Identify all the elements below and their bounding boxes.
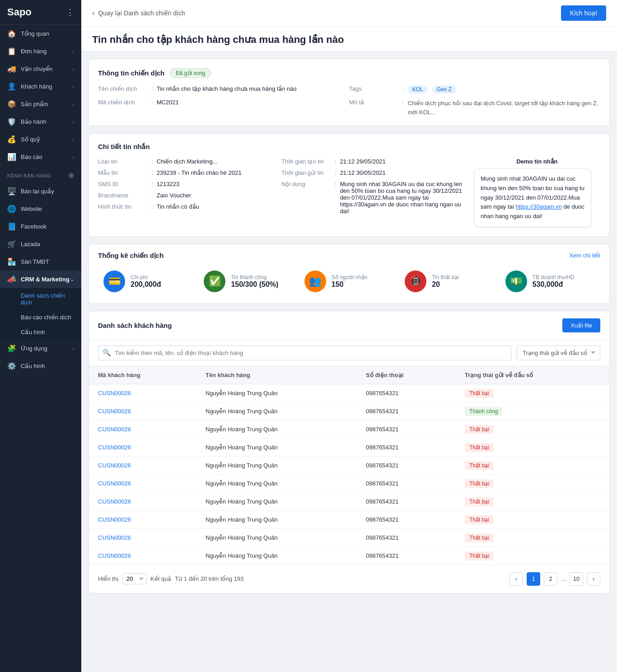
sidebar-item-facebook[interactable]: 📘 Facebook <box>0 218 81 235</box>
chevron-right-icon: › <box>72 346 74 351</box>
bubble-link[interactable]: https://30again.vn <box>515 203 562 210</box>
stat-tb-doanh-thu-label: TB doanh thu/HD <box>533 274 575 280</box>
status-badge: Thất bại <box>465 515 494 524</box>
chevron-right-icon: › <box>72 66 74 72</box>
prev-page-button[interactable]: ‹ <box>509 572 523 586</box>
sidebar-item-crm-marketing[interactable]: 📣 CRM & Marketing ⌄ <box>0 271 81 288</box>
activate-button[interactable]: Kích hoạt <box>561 5 606 21</box>
sidebar-item-ban-tai-quay[interactable]: 🖥️ Bán tại quầy <box>0 182 81 200</box>
sidebar-item-label: Vận chuyển <box>21 65 72 72</box>
chevron-right-icon: › <box>72 49 74 54</box>
hinh-thuc-row: Hình thức tin : Tin nhắn có đầu <box>98 203 281 210</box>
table-row: CUSN00026 Nguyễn Hoàng Trung Quân 098765… <box>89 384 609 402</box>
customer-phone-cell: 0987654321 <box>357 528 456 546</box>
chevron-right-icon: › <box>72 102 74 107</box>
add-channel-icon[interactable]: ⊕ <box>68 171 75 180</box>
tag-kol: KOL <box>408 85 428 93</box>
status-filter-select[interactable]: Trạng thái gửi về đầu số Thất bại Thành … <box>517 345 600 360</box>
sidebar-item-danh-sach-chien-dich[interactable]: Danh sách chiến dịch <box>0 288 81 310</box>
sms-id-row: SMS ID : 1213223 <box>98 181 281 187</box>
description-value: Chiến dịch phục hồi sau đại dịch Covid, … <box>408 99 600 117</box>
customer-list-card: Danh sách khách hàng Xuất file 🔍 Trạng t… <box>89 311 610 593</box>
warranty-icon: 🛡️ <box>7 117 16 126</box>
stat-so-nguoi-nhan-label: Số người nhận <box>332 274 368 280</box>
sidebar-item-label: Bảo hành <box>21 118 72 125</box>
sidebar-item-lazada[interactable]: 🛒 Lazada <box>0 235 81 253</box>
table-row: CUSN00026 Nguyễn Hoàng Trung Quân 098765… <box>89 474 609 492</box>
customer-name-cell: Nguyễn Hoàng Trung Quân <box>196 510 357 528</box>
stat-tin-thanh-cong: ✅ Tin thành công 150/300 (50%) <box>198 267 299 296</box>
campaign-code-row: Mã chiến dịch : MC2021 <box>98 99 349 117</box>
page-size-select[interactable]: 20 50 100 <box>122 573 147 584</box>
sidebar-item-san-tmdt[interactable]: 🏪 Sàn TMĐT <box>0 253 81 271</box>
sidebar-item-bao-hanh[interactable]: 🛡️ Bảo hành › <box>0 113 81 131</box>
customer-link[interactable]: CUSN00026 <box>98 516 131 523</box>
export-button[interactable]: Xuất file <box>562 318 600 332</box>
cost-icon: 💳 <box>103 271 125 292</box>
menu-icon[interactable]: ⋮ <box>66 7 74 17</box>
sidebar-item-ung-dung[interactable]: 🧩 Ứng dụng › <box>0 340 81 357</box>
customer-link[interactable]: CUSN00026 <box>98 408 131 415</box>
tg-tao-row: Thời gian tạo tin : 21:12 29/05/2021 <box>281 158 465 165</box>
table-row: CUSN00026 Nguyễn Hoàng Trung Quân 098765… <box>89 438 609 456</box>
sidebar-item-so-quy[interactable]: 💰 Số quỹ › <box>0 131 81 148</box>
search-input[interactable] <box>98 345 511 360</box>
customer-code-cell: CUSN00026 <box>89 510 196 528</box>
sidebar-item-website[interactable]: 🌐 Website <box>0 200 81 218</box>
chevron-down-icon: ⌄ <box>70 276 74 282</box>
sidebar-item-cau-hinh-bottom[interactable]: ⚙️ Cấu hình <box>0 357 81 375</box>
status-badge: Thất bại <box>465 425 494 434</box>
customer-link[interactable]: CUSN00026 <box>98 444 131 451</box>
sms-id-label: SMS ID <box>98 181 148 187</box>
customer-table: Mã khách hàng Tên khách hàng Số điện tho… <box>89 366 609 565</box>
back-link[interactable]: ‹ Quay lại Danh sách chiến dịch <box>92 9 185 17</box>
view-detail-link[interactable]: Xem chi tiết <box>569 252 600 259</box>
sidebar-item-khach-hang[interactable]: 👤 Khách hàng › <box>0 78 81 95</box>
sidebar-item-san-pham[interactable]: 📦 Sản phẩm › <box>0 95 81 113</box>
success-icon: ✅ <box>204 271 225 292</box>
customer-phone-cell: 0987654321 <box>357 456 456 474</box>
page-1-button[interactable]: 1 <box>527 572 540 586</box>
stat-tb-doanh-thu: 💵 TB doanh thu/HD 530,000đ <box>500 267 600 296</box>
customer-code-cell: CUSN00026 <box>89 492 196 510</box>
message-detail-content: Loại tin : Chiến dịch Marketing... Mẫu t… <box>98 158 600 227</box>
sidebar-item-tong-quan[interactable]: 🏠 Tổng quan <box>0 25 81 42</box>
customer-code-cell: CUSN00026 <box>89 456 196 474</box>
customer-code-cell: CUSN00026 <box>89 384 196 402</box>
stat-chi-phi-info: Chi phí 200,000đ <box>131 274 161 289</box>
page-2-button[interactable]: 2 <box>544 572 557 586</box>
campaign-code-label: Mã chiến dịch <box>98 99 148 106</box>
page-10-button[interactable]: 10 <box>570 572 583 586</box>
sidebar: Sapo ⋮ 🏠 Tổng quan 📋 Đơn hàng › 🚚 Vận ch… <box>0 0 81 672</box>
sidebar-item-label: CRM & Marketing <box>21 276 70 283</box>
page-info-left: Hiển thị 20 50 100 Kết quả Từ 1 đến 20 t… <box>98 573 243 584</box>
customer-link[interactable]: CUSN00026 <box>98 390 131 397</box>
sidebar-item-cau-hinh[interactable]: Cấu hình <box>0 325 81 340</box>
table-row: CUSN00026 Nguyễn Hoàng Trung Quân 098765… <box>89 420 609 438</box>
next-page-button[interactable]: › <box>587 572 600 586</box>
description-row: Mô tả : Chiến dịch phục hồi sau đại dịch… <box>349 99 600 117</box>
customer-name-cell: Nguyễn Hoàng Trung Quân <box>196 474 357 492</box>
customer-link[interactable]: CUSN00026 <box>98 462 131 469</box>
customer-phone-cell: 0987654321 <box>357 492 456 510</box>
customer-link[interactable]: CUSN00026 <box>98 426 131 433</box>
sidebar-item-bao-cao-chien-dich[interactable]: Báo cáo chiến dịch <box>0 310 81 325</box>
sidebar-item-van-chuyen[interactable]: 🚚 Vận chuyển › <box>0 60 81 78</box>
mau-tin-row: Mẫu tin : 239239 - Tin nhắn chào hè 2021 <box>98 169 281 176</box>
detail-fields-grid: Loại tin : Chiến dịch Marketing... Mẫu t… <box>98 158 465 215</box>
customer-link[interactable]: CUSN00026 <box>98 534 131 541</box>
app-icon: 🧩 <box>7 344 16 353</box>
sidebar-item-don-hang[interactable]: 📋 Đơn hàng › <box>0 42 81 60</box>
sidebar-item-label: Website <box>21 205 74 212</box>
customer-link[interactable]: CUSN00026 <box>98 480 131 487</box>
col-ten-khach-hang: Tên khách hàng <box>196 366 357 384</box>
customer-status-cell: Thất bại <box>456 438 609 456</box>
stat-tin-thanh-cong-label: Tin thành công <box>231 274 278 280</box>
mau-tin-value: 239239 - Tin nhắn chào hè 2021 <box>157 169 242 176</box>
customer-link[interactable]: CUSN00026 <box>98 552 131 559</box>
sidebar-item-bao-cao[interactable]: 📊 Báo cáo › <box>0 148 81 166</box>
customer-link[interactable]: CUSN00026 <box>98 498 131 505</box>
customer-status-cell: Thất bại <box>456 492 609 510</box>
table-row: CUSN00026 Nguyễn Hoàng Trung Quân 098765… <box>89 492 609 510</box>
customer-phone-cell: 0987654321 <box>357 474 456 492</box>
